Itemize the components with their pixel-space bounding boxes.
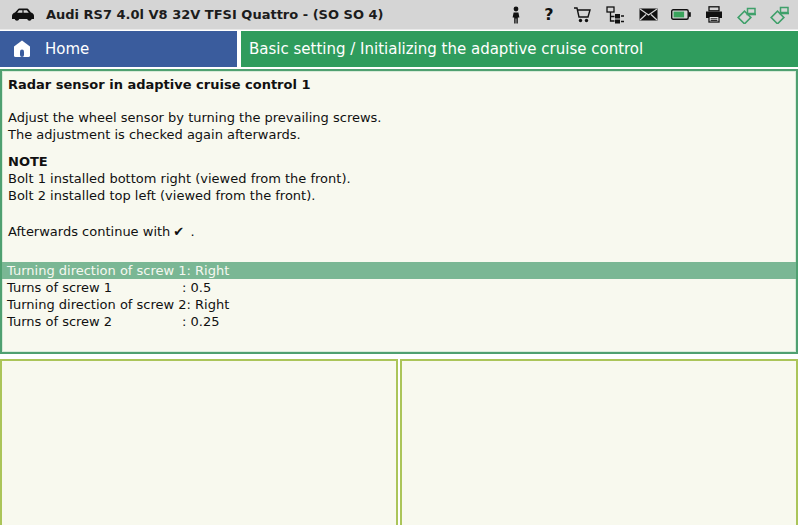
continue-suffix: . xyxy=(190,224,194,239)
diagnosis-connection-icon[interactable] xyxy=(737,5,757,25)
vehicle-title: Audi RS7 4.0l V8 32V TFSI Quattro - (SO … xyxy=(46,7,383,22)
nav-row: Home Basic setting / Initializing the ad… xyxy=(0,31,798,67)
measurement-row[interactable]: Turning direction of screw 1: Right xyxy=(2,262,796,279)
instruction-line: Adjust the wheel sensor by turning the p… xyxy=(2,109,796,126)
note-line: Bolt 2 installed top left (viewed from t… xyxy=(2,187,796,204)
operator-icon[interactable] xyxy=(506,5,526,25)
instruction-line: The adjustment is checked again afterwar… xyxy=(2,126,796,143)
measurement-row[interactable]: Turning direction of screw 2: Right xyxy=(2,296,796,313)
result-panels xyxy=(0,359,798,525)
continue-text: Afterwards continue with xyxy=(8,224,170,239)
test-instruction-panel: Radar sensor in adaptive cruise control … xyxy=(0,69,798,354)
result-panel-left xyxy=(0,359,398,525)
network-connection-icon[interactable] xyxy=(770,5,790,25)
measurement-row[interactable]: Turns of screw 1: 0.5 xyxy=(2,279,796,296)
result-panel-right xyxy=(400,359,798,525)
toolbar-icon-group: ? xyxy=(506,5,790,25)
print-icon[interactable] xyxy=(704,5,724,25)
home-button[interactable]: Home xyxy=(0,31,237,67)
measurement-value: : Right xyxy=(187,296,230,313)
control-unit-tree-icon[interactable] xyxy=(605,5,625,25)
measurement-label: Turns of screw 1 xyxy=(7,279,182,296)
instruction-heading: Radar sensor in adaptive cruise control … xyxy=(2,76,796,93)
top-toolbar: Audi RS7 4.0l V8 32V TFSI Quattro - (SO … xyxy=(0,0,798,30)
measurement-value: : 0.5 xyxy=(182,279,211,296)
home-icon xyxy=(12,39,32,59)
measurement-value: : Right xyxy=(187,262,230,279)
measurement-label: Turns of screw 2 xyxy=(7,313,182,330)
note-line: Bolt 1 installed bottom right (viewed fr… xyxy=(2,170,796,187)
breadcrumb-title: Basic setting / Initializing the adaptiv… xyxy=(249,40,643,58)
measurement-label: Turning direction of screw 2 xyxy=(7,296,187,313)
battery-icon[interactable] xyxy=(671,5,691,25)
home-label: Home xyxy=(45,40,89,58)
measurement-value: : 0.25 xyxy=(182,313,219,330)
help-icon[interactable]: ? xyxy=(539,5,559,25)
measurement-label: Turning direction of screw 1 xyxy=(7,262,187,279)
measurement-list: Turning direction of screw 1: RightTurns… xyxy=(2,262,796,330)
mail-icon[interactable] xyxy=(638,5,658,25)
car-icon xyxy=(10,6,36,24)
continue-instruction: Afterwards continue with✔ . xyxy=(2,223,796,240)
checkmark-icon: ✔ xyxy=(173,224,184,239)
cart-icon[interactable] xyxy=(572,5,592,25)
measurement-row[interactable]: Turns of screw 2: 0.25 xyxy=(2,313,796,330)
instruction-paragraph: Adjust the wheel sensor by turning the p… xyxy=(2,109,796,143)
breadcrumb-bar: Basic setting / Initializing the adaptiv… xyxy=(241,31,798,67)
note-heading: NOTE xyxy=(2,153,796,170)
